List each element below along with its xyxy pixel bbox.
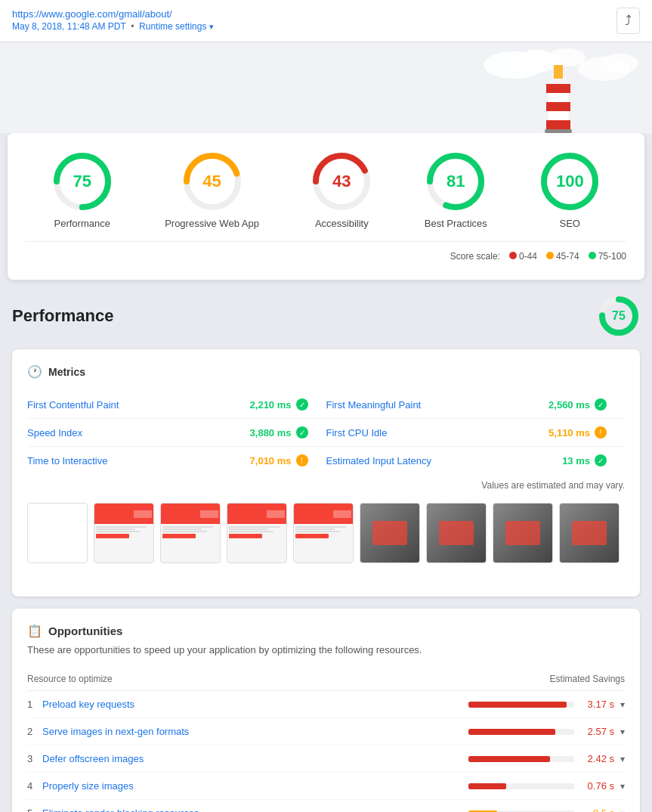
scale-row: Score scale: 0-44 45-74 75-100 [26,241,626,262]
metric-status-icon: ! [296,454,308,466]
share-button[interactable]: ⤴ [616,8,640,34]
opp-row[interactable]: 1 Preload key requests 3.17 s ▾ [27,691,625,718]
opp-bar [468,702,567,708]
thumb-top [94,504,153,524]
thumb-photo-overlay [572,521,607,544]
header-background [0,42,652,133]
metric-status-icon: ! [595,426,607,439]
metrics-header: 🕐 Metrics [27,364,625,379]
main-content: Performance 75 🕐 Metrics First Contentfu… [0,280,652,812]
metric-val-text: 7,010 ms [250,455,292,466]
score-item-accessibility[interactable]: 43 Accessibility [311,151,372,229]
metric-row: First Meaningful Paint 2,560 ms ✓ [326,391,626,419]
score-number-pwa: 45 [202,172,221,191]
score-item-pwa[interactable]: 45 Progressive Web App [165,151,259,229]
perf-score-number: 75 [612,309,626,323]
score-circle-best-practices: 81 [425,151,486,212]
opp-name[interactable]: Serve images in next-gen formats [42,726,459,737]
opp-name[interactable]: Defer offscreen images [42,753,459,764]
opp-right: 2.42 s ▾ [459,753,625,764]
score-item-best-practices[interactable]: 81 Best Practices [425,151,487,229]
score-circle-seo: 100 [539,151,600,212]
filmstrip-thumb [161,504,220,563]
score-number-performance: 75 [73,172,91,191]
opp-right: 3.17 s ▾ [459,699,625,710]
metrics-right-col: First Meaningful Paint 2,560 ms ✓ First … [326,391,626,474]
opp-bar-container [468,729,574,735]
opp-value: 0.5 s [580,807,614,812]
filmstrip-frame [426,503,487,563]
scale-dot-green [589,252,596,259]
opp-header: 📋 Opportunities [27,624,625,638]
metric-name: First CPU Idle [326,427,388,439]
svg-rect-10 [554,65,563,79]
opp-chevron-icon[interactable]: ▾ [620,781,625,792]
opp-bar-container [468,783,574,789]
opp-row[interactable]: 2 Serve images in next-gen formats 2.57 … [27,718,625,745]
metrics-grid: First Contentful Paint 2,210 ms ✓ Speed … [27,391,625,474]
score-label-accessibility: Accessibility [315,218,369,229]
opp-name[interactable]: Properly size images [42,780,459,792]
thumb-body [294,524,353,563]
opp-value: 2.42 s [580,753,614,764]
thumb-photo [560,504,619,563]
metrics-clock-icon: 🕐 [27,364,42,379]
metric-value: 7,010 ms ! [250,454,308,466]
runtime-settings-link[interactable]: Runtime settings [139,21,206,32]
url-link[interactable]: https://www.google.com/gmail/about/ [12,8,172,20]
thumb-photo [493,504,552,563]
opp-content: Properly size images 0.76 s ▾ [42,780,625,792]
top-bar: https://www.google.com/gmail/about/ May … [0,0,652,42]
opp-name[interactable]: Preload key requests [42,699,459,710]
lighthouse-header [0,42,652,133]
opp-bar [468,729,555,735]
opp-content: Serve images in next-gen formats 2.57 s … [42,726,625,737]
filmstrip [27,497,625,569]
opp-row[interactable]: 3 Defer offscreen images 2.42 s ▾ [27,745,625,773]
subtitle: May 8, 2018, 11:48 AM PDT • Runtime sett… [12,21,214,32]
thumb-body [161,524,220,563]
scale-red: 0-44 [509,251,537,262]
metric-value: 2,560 ms ✓ [548,398,607,411]
score-label-seo: SEO [560,218,580,229]
metric-name: First Meaningful Paint [326,399,422,411]
metric-row: First CPU Idle 5,110 ms ! [326,419,626,447]
opp-chevron-icon[interactable]: ▾ [620,808,625,813]
opp-num: 5 [27,807,42,812]
svg-rect-8 [546,120,570,129]
thumb-photo-overlay [372,521,408,544]
score-circle-performance: 75 [52,151,113,212]
opp-row[interactable]: 5 Eliminate render-blocking resources 0.… [27,800,625,812]
performance-score-circle: 75 [598,295,640,337]
metric-value: 13 ms ✓ [562,454,607,466]
scale-green: 75-100 [589,251,626,262]
score-item-seo[interactable]: 100 SEO [539,151,600,229]
metric-row: Speed Index 3,880 ms ✓ [27,419,326,447]
opp-name[interactable]: Eliminate render-blocking resources [42,807,459,812]
opp-bar [468,756,550,762]
thumb-top [294,504,353,524]
opp-desc: These are opportunities to speed up your… [27,644,625,655]
score-number-best-practices: 81 [447,172,465,191]
filmstrip-thumb [294,504,353,563]
score-circle-pwa: 45 [182,151,243,212]
top-bar-left: https://www.google.com/gmail/about/ May … [12,8,214,32]
thumb-body [227,524,286,563]
opp-row[interactable]: 4 Properly size images 0.76 s ▾ [27,773,625,800]
performance-title: Performance 75 [12,295,640,337]
opp-icon: 📋 [27,624,42,638]
scale-label: Score scale: [450,251,500,262]
thumb-top [161,504,220,524]
metric-val-text: 2,560 ms [548,399,590,411]
opp-chevron-icon[interactable]: ▾ [620,699,625,710]
opp-chevron-icon[interactable]: ▾ [620,754,625,764]
scores-card: 75 Performance 45 Progressive Web App 43… [8,133,644,280]
opportunities-section: 📋 Opportunities These are opportunities … [12,609,640,812]
score-item-performance[interactable]: 75 Performance [52,151,113,229]
thumb-body [94,524,153,563]
opp-chevron-icon[interactable]: ▾ [620,727,625,737]
metric-value: 3,880 ms ✓ [250,426,308,439]
thumb-photo [427,504,486,563]
filmstrip-frame [559,503,620,563]
opp-right: 0.5 s ▾ [459,807,625,812]
